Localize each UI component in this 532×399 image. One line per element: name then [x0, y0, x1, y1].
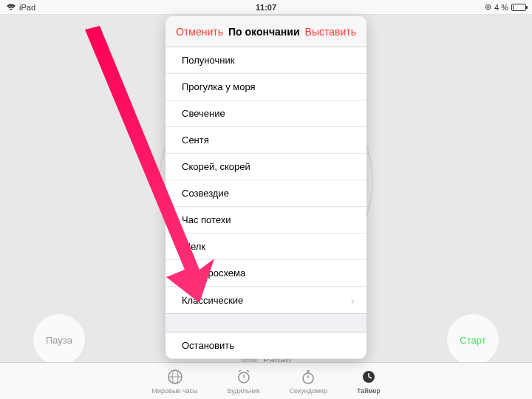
battery-icon — [511, 4, 526, 11]
tab-stopwatch[interactable]: Секундомер — [290, 368, 327, 395]
sound-item-label: Классические — [182, 295, 243, 306]
globe-icon — [166, 368, 184, 386]
start-button[interactable]: Старт — [447, 314, 499, 366]
sound-item[interactable]: Сентя — [166, 127, 366, 154]
chevron-right-icon: › — [351, 294, 355, 307]
sound-item-label: Скорей, скорей — [182, 161, 250, 172]
sound-item[interactable]: Полуночник — [166, 47, 366, 74]
set-button[interactable]: Выставить — [305, 26, 356, 38]
sound-item-label: Шелк — [182, 241, 205, 252]
sound-item-label: Полуночник — [182, 55, 234, 66]
sound-item[interactable]: Шелк — [166, 233, 366, 260]
sound-item[interactable]: Скорей, скорей — [166, 154, 366, 180]
list-spacer — [166, 313, 366, 332]
sound-item-label: Сентя — [182, 134, 209, 146]
svg-line-6 — [247, 370, 249, 372]
sound-item[interactable]: Час потехи — [166, 207, 366, 233]
cancel-button[interactable]: Отменить — [176, 26, 223, 38]
battery-percent: 4 % — [494, 3, 508, 12]
tab-world-clock[interactable]: Мировые часы — [152, 368, 198, 395]
popover-arrow — [259, 358, 273, 359]
rotation-lock-icon: ⊛ — [485, 2, 491, 12]
status-time: 11:07 — [256, 3, 276, 12]
sound-item-label: Электросхема — [182, 267, 245, 279]
sound-item[interactable]: Прогулка у моря — [166, 74, 366, 100]
sound-item[interactable]: Свечение — [166, 100, 366, 127]
stop-playing-item[interactable]: Остановить — [166, 332, 366, 359]
tab-bar: Мировые часы Будильник Секундомер Таймер — [0, 362, 532, 399]
pause-button[interactable]: Пауза — [33, 314, 85, 366]
wifi-icon — [6, 4, 16, 11]
modal-header: Отменить По окончании Выставить — [166, 16, 366, 47]
tab-alarm[interactable]: Будильник — [228, 368, 260, 395]
stopwatch-icon — [299, 368, 317, 386]
device-label: iPad — [19, 3, 35, 12]
alarm-icon — [235, 368, 253, 386]
svg-line-5 — [239, 370, 241, 372]
sound-item-label: Свечение — [182, 108, 225, 119]
modal-title: По окончании — [228, 26, 299, 38]
sound-list[interactable]: ПолуночникПрогулка у моряСвечениеСентяСк… — [166, 47, 366, 313]
sound-item[interactable]: Электросхема — [166, 260, 366, 287]
status-bar: iPad 11:07 ⊛ 4 % — [0, 0, 532, 15]
sound-item-label: Час потехи — [182, 214, 231, 225]
timer-icon — [360, 368, 378, 386]
sound-item-label: Созвездие — [182, 188, 229, 199]
sound-item-label: Прогулка у моря — [182, 81, 256, 92]
tab-timer[interactable]: Таймер — [357, 368, 380, 395]
sound-item[interactable]: Классические› — [166, 287, 366, 313]
sound-picker-modal: Отменить По окончании Выставить Полуночн… — [166, 16, 366, 359]
sound-item[interactable]: Созвездие — [166, 180, 366, 207]
